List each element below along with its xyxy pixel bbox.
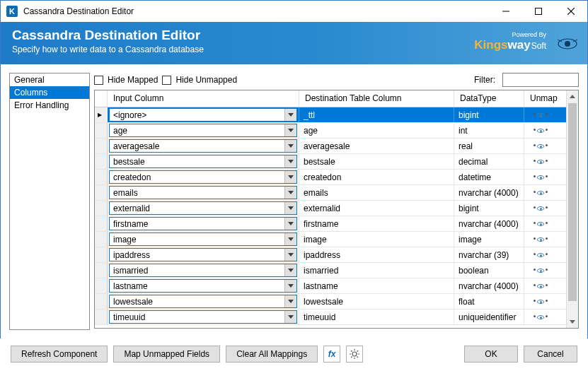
dest-column-value: bestsale [299,154,454,169]
row-header[interactable] [95,247,108,262]
scroll-thumb[interactable] [568,103,577,301]
expression-button[interactable]: fx [323,346,340,363]
settings-button[interactable] [346,346,363,363]
input-column-combo[interactable]: emails [109,186,297,199]
input-column-combo[interactable]: ismarried [109,264,297,277]
col-header-input[interactable]: Input Column [108,90,299,107]
row-header[interactable] [95,107,108,122]
table-row[interactable]: externalidexternalidbigint [95,201,566,216]
input-column-combo[interactable]: firstname [109,217,297,230]
unmap-icon[interactable] [534,144,548,148]
ok-button[interactable]: OK [464,346,518,363]
sidebar-item-general[interactable]: General [10,73,89,86]
unmap-icon[interactable] [534,237,548,242]
input-column-combo[interactable]: createdon [109,170,297,184]
table-row[interactable]: ipaddressipaddressnvarchar (39) [95,247,566,263]
input-column-combo[interactable]: ipaddress [109,248,297,261]
unmap-icon[interactable] [534,284,548,288]
unmap-icon[interactable] [534,113,548,117]
unmap-icon[interactable] [534,300,548,304]
table-row[interactable]: lastnamelastnamenvarchar (4000) [95,278,566,294]
cancel-button[interactable]: Cancel [524,346,577,363]
table-row[interactable]: <ignore>_ttlbigint [95,107,566,123]
chevron-down-icon[interactable] [284,140,296,152]
table-row[interactable]: firstnamefirstnamenvarchar (4000) [95,216,566,232]
refresh-component-button[interactable]: Refresh Component [11,346,108,363]
chevron-down-icon[interactable] [284,155,296,167]
table-row[interactable]: createdoncreatedondatetime [95,170,566,185]
input-column-combo[interactable]: externalid [109,201,297,215]
unmap-icon[interactable] [534,315,548,319]
row-header[interactable] [95,216,108,231]
gear-icon [350,349,359,359]
unmap-icon[interactable] [534,175,548,179]
table-row[interactable]: lowestsalelowestsalefloat [95,294,566,310]
sidebar-item-error-handling[interactable]: Error Handling [10,99,89,112]
col-header-dest[interactable]: Destination Table Column [299,90,454,107]
table-row[interactable]: emailsemailsnvarchar (4000) [95,185,566,201]
chevron-down-icon[interactable] [284,280,296,292]
hide-mapped-checkbox[interactable] [94,76,103,85]
svg-marker-14 [288,206,294,210]
sidebar-item-columns[interactable]: Columns [10,86,89,99]
unmap-icon[interactable] [534,222,548,226]
table-row[interactable]: ageageint [95,123,566,139]
input-column-combo[interactable]: averagesale [109,139,297,153]
unmap-icon[interactable] [534,206,548,211]
chevron-down-icon[interactable] [284,311,296,323]
clear-all-mappings-button[interactable]: Clear All Mappings [226,346,318,363]
grid-scrollbar[interactable] [566,90,578,328]
table-row[interactable]: ismarriedismarriedboolean [95,263,566,278]
row-header[interactable] [95,278,108,293]
input-column-combo[interactable]: age [109,124,297,137]
chevron-down-icon[interactable] [284,187,296,199]
input-column-value: image [110,235,284,245]
row-header[interactable] [95,170,108,184]
svg-marker-19 [288,284,294,288]
close-button[interactable] [555,1,587,22]
chevron-down-icon[interactable] [284,295,296,307]
chevron-down-icon[interactable] [284,218,296,230]
col-header-datatype[interactable]: DataType [454,90,524,107]
chevron-down-icon[interactable] [284,264,296,276]
row-header[interactable] [95,185,108,200]
row-header[interactable] [95,123,108,138]
scroll-up-icon[interactable] [567,90,578,102]
chevron-down-icon[interactable] [284,124,296,136]
input-column-combo[interactable]: timeuuid [109,310,297,324]
row-header[interactable] [95,201,108,216]
row-header[interactable] [95,232,108,247]
chevron-down-icon[interactable] [284,171,296,183]
row-header[interactable] [95,294,108,309]
map-unmapped-button[interactable]: Map Unmapped Fields [113,346,220,363]
unmap-icon[interactable] [534,191,548,195]
input-column-combo[interactable]: lastname [109,279,297,293]
unmap-icon[interactable] [534,160,548,164]
row-header[interactable] [95,154,108,169]
chevron-down-icon[interactable] [284,202,296,214]
datatype-value: uniqueidentifier [454,310,524,324]
row-header[interactable] [95,263,108,278]
input-column-combo[interactable]: lowestsale [109,295,297,308]
table-row[interactable]: timeuuidtimeuuiduniqueidentifier [95,310,566,325]
input-column-combo[interactable]: bestsale [109,155,297,168]
filter-input[interactable] [502,73,579,87]
maximize-button[interactable] [522,1,555,22]
minimize-button[interactable] [490,1,522,22]
scroll-down-icon[interactable] [567,316,578,328]
unmap-icon[interactable] [534,269,548,273]
input-column-combo[interactable]: image [109,232,297,246]
input-column-combo[interactable]: <ignore> [109,108,297,122]
table-row[interactable]: averagesaleaveragesalereal [95,139,566,154]
hide-unmapped-checkbox[interactable] [162,76,171,85]
chevron-down-icon[interactable] [284,109,296,121]
col-header-unmap[interactable]: Unmap [524,90,557,107]
unmap-icon[interactable] [534,253,548,257]
table-row[interactable]: bestsalebestsaledecimal [95,154,566,170]
chevron-down-icon[interactable] [284,233,296,245]
row-header[interactable] [95,310,108,324]
unmap-icon[interactable] [534,129,548,133]
row-header[interactable] [95,139,108,153]
table-row[interactable]: imageimageimage [95,232,566,247]
chevron-down-icon[interactable] [284,249,296,261]
